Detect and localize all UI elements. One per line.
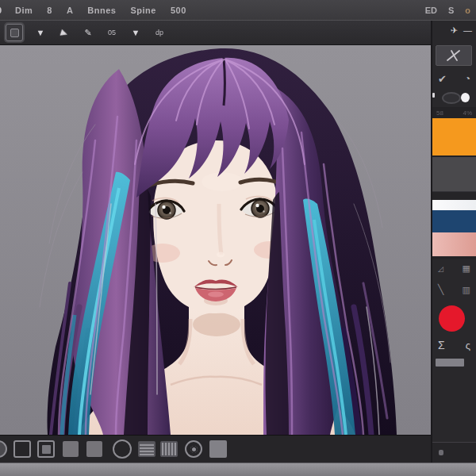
sigma-icon[interactable]: Σ	[438, 339, 445, 351]
menu-item-1[interactable]: Dim	[15, 6, 33, 15]
brush-icons-row: ✔ ◔	[432, 69, 476, 88]
panel-empty-area	[432, 370, 476, 443]
panel-horizontal-lines-icon[interactable]	[138, 441, 155, 457]
status-bar	[0, 463, 476, 476]
minimize-icon[interactable]: —	[463, 25, 472, 35]
panel-footer	[432, 443, 476, 463]
shape-tool-icon[interactable]: ▶	[56, 25, 71, 39]
selection-tool-button[interactable]	[6, 24, 23, 41]
s-icon[interactable]: S	[448, 6, 454, 15]
red-color-row	[432, 301, 476, 335]
canvas-image[interactable]	[0, 45, 431, 435]
value-right: 4%	[463, 109, 472, 117]
window-icon[interactable]: ED	[425, 6, 437, 15]
small-icons-row-c: Σ ς	[432, 335, 476, 355]
small-icons-row-a: ◿ ▦	[432, 256, 476, 278]
shape-row	[432, 88, 476, 107]
swirl-icon[interactable]: ◔	[465, 73, 470, 84]
target-circle-icon[interactable]	[185, 440, 202, 458]
edge-marker	[432, 93, 435, 98]
dropdown-arrow-icon-2[interactable]: ▼	[129, 28, 142, 37]
white-circle-icon[interactable]	[461, 93, 470, 102]
square-with-inner-icon[interactable]	[37, 440, 55, 458]
pink-swatch[interactable]	[432, 232, 476, 256]
square-outline-icon[interactable]	[13, 440, 31, 458]
menu-item-3[interactable]: A	[67, 6, 73, 15]
value-readout: 58 4%	[432, 107, 476, 118]
right-panel-header: ✈ —	[432, 21, 476, 40]
hook-icon[interactable]: ς	[466, 340, 470, 351]
menu-item-6[interactable]: 500	[171, 6, 186, 15]
panel-vertical-lines-icon[interactable]	[160, 441, 178, 457]
grid-icon-b[interactable]: ▥	[463, 285, 470, 295]
selection-tool-icon	[10, 29, 19, 37]
navy-swatch[interactable]	[432, 210, 476, 232]
orange-swatch[interactable]	[432, 118, 476, 155]
fly-tool-icon[interactable]: ✈	[451, 25, 458, 36]
dp-tool-icon[interactable]: dp	[153, 29, 166, 36]
menu-item-2[interactable]: 8	[47, 6, 52, 15]
bottom-toolbar	[0, 435, 431, 463]
dot-icon[interactable]: o	[465, 6, 470, 15]
triangle-icon[interactable]: ◿	[438, 265, 443, 273]
circle-outline-icon[interactable]	[113, 440, 132, 459]
menu-item-5[interactable]: Spine	[130, 6, 155, 15]
brush-stroke-icon[interactable]: ✔	[438, 73, 447, 85]
slider-row	[432, 355, 476, 370]
menu-bar: 9 Dim 8 A Bnnes Spine 500 ED S o	[0, 0, 476, 21]
right-panel: ✈ — ✔ ◔ 58 4%	[431, 21, 476, 463]
square-filled-icon[interactable]	[63, 441, 79, 457]
value-left: 58	[436, 109, 443, 117]
small-icons-row-b: ╲ ▥	[432, 278, 476, 301]
ellipse-shape-icon[interactable]	[442, 92, 461, 104]
active-brush-button[interactable]	[436, 45, 472, 66]
dropdown-arrow-icon[interactable]: ▼	[34, 28, 47, 37]
footer-dot-icon[interactable]	[439, 450, 443, 455]
diagonal-line-icon[interactable]: ╲	[438, 284, 443, 295]
square-filled-icon-2[interactable]	[86, 441, 102, 457]
grid-icon-a[interactable]: ▦	[463, 263, 470, 274]
slider-bar[interactable]	[436, 359, 464, 367]
app-icon: 9	[0, 6, 8, 15]
white-swatch[interactable]	[432, 200, 476, 210]
brush-x-icon	[445, 48, 463, 63]
menu-item-4[interactable]: Bnnes	[87, 6, 116, 15]
square-filled-icon-3[interactable]	[209, 440, 227, 458]
gray-swatch[interactable]	[432, 157, 476, 191]
portrait-artwork	[0, 45, 431, 435]
red-color-swatch[interactable]	[439, 305, 465, 332]
value-05-label[interactable]: 05	[106, 29, 118, 36]
half-circle-icon[interactable]	[0, 440, 7, 458]
application-window: 9 Dim 8 A Bnnes Spine 500 ED S o ▼ ▶ ✎ 0…	[0, 0, 476, 476]
brush-tool-icon[interactable]: ✎	[82, 28, 94, 38]
tool-options-bar: ▼ ▶ ✎ 05 ▼ dp	[0, 21, 431, 45]
